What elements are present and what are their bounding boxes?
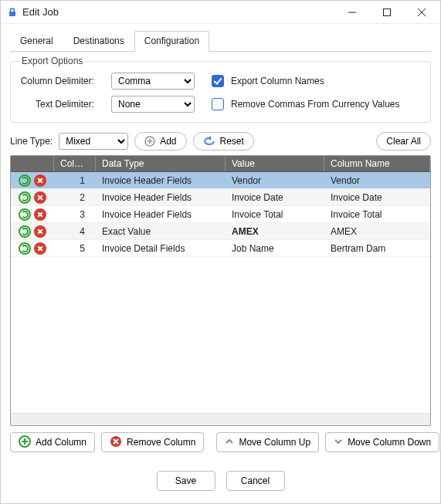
move-column-up-button[interactable]: Move Column Up (216, 432, 319, 452)
cell-column-name: Invoice Total (324, 209, 430, 220)
reset-button[interactable]: Reset (193, 132, 254, 151)
cell-column: 2 (54, 192, 96, 203)
tab-general[interactable]: General (10, 31, 63, 52)
cancel-button[interactable]: Cancel (226, 471, 285, 491)
remove-column-button[interactable]: Remove Column (101, 432, 204, 452)
header-data-type[interactable]: Data Type (96, 156, 226, 171)
maximize-button[interactable] (369, 2, 404, 23)
row-refresh-icon[interactable] (19, 208, 31, 221)
text-delimiter-label: Text Delimiter: (20, 99, 97, 110)
plus-circle-icon (144, 136, 155, 147)
edit-job-window: Edit Job General Destinations Configurat… (0, 0, 441, 504)
content-area: General Destinations Configuration Expor… (1, 24, 440, 457)
minimize-button[interactable] (334, 2, 369, 23)
header-column[interactable]: Column (54, 156, 96, 171)
cell-value: AMEX (226, 226, 324, 237)
cell-value: Job Name (226, 243, 324, 254)
export-column-names-checkbox[interactable] (212, 75, 224, 87)
remove-commas-label: Remove Commas From Currency Values (231, 99, 400, 110)
export-options-group: Export Options Column Delimiter: Comma E… (10, 61, 431, 123)
tab-strip: General Destinations Configuration (10, 30, 431, 52)
row-refresh-icon[interactable] (19, 191, 31, 204)
export-column-names-label: Export Column Names (231, 76, 324, 86)
cell-value: Invoice Total (226, 209, 324, 220)
cell-value: Invoice Date (226, 192, 324, 203)
row-delete-icon[interactable] (34, 208, 46, 221)
export-options-title: Export Options (19, 56, 86, 66)
header-value[interactable]: Value (226, 156, 324, 171)
grid-body[interactable]: 1Invoice Header FieldsVendorVendor2Invoi… (11, 172, 430, 413)
table-row[interactable]: 2Invoice Header FieldsInvoice DateInvoic… (11, 189, 430, 206)
titlebar: Edit Job (1, 1, 440, 24)
column-delimiter-select[interactable]: Comma (111, 73, 195, 90)
cell-column: 1 (54, 175, 96, 186)
tab-destinations[interactable]: Destinations (63, 31, 134, 52)
cell-column-name: Bertram Dam (324, 243, 430, 254)
grid-scrollbar[interactable] (11, 413, 430, 425)
cell-data-type: Exact Value (96, 226, 226, 237)
reset-arrow-icon (203, 136, 215, 147)
cell-column-name: Invoice Date (324, 192, 430, 203)
clear-all-button[interactable]: Clear All (376, 132, 431, 151)
dialog-footer: Save Cancel (1, 457, 440, 503)
chevron-up-icon (225, 437, 234, 448)
row-delete-icon[interactable] (34, 242, 46, 255)
cell-column: 5 (54, 243, 96, 254)
move-column-down-button[interactable]: Move Column Down (325, 432, 439, 452)
svg-rect-2 (383, 8, 390, 15)
table-row[interactable]: 3Invoice Header FieldsInvoice TotalInvoi… (11, 206, 430, 223)
cell-value: Vendor (226, 175, 324, 186)
chevron-down-icon (334, 437, 343, 448)
row-refresh-icon[interactable] (19, 174, 31, 187)
column-delimiter-label: Column Delimiter: (20, 76, 97, 86)
cell-column-name: Vendor (324, 175, 430, 186)
table-row[interactable]: 1Invoice Header FieldsVendorVendor (11, 172, 430, 189)
cell-data-type: Invoice Header Fields (96, 175, 226, 186)
line-type-select[interactable]: Mixed (59, 133, 128, 150)
row-refresh-icon[interactable] (19, 225, 31, 238)
row-refresh-icon[interactable] (19, 242, 31, 255)
table-row[interactable]: 4Exact ValueAMEXAMEX (11, 223, 430, 240)
line-type-row: Line Type: Mixed Add Reset (10, 132, 431, 151)
svg-rect-0 (9, 12, 15, 16)
x-circle-icon (110, 435, 122, 450)
cell-column-name: AMEX (324, 226, 430, 237)
row-delete-icon[interactable] (34, 191, 46, 204)
close-button[interactable] (404, 2, 439, 23)
text-delimiter-select[interactable]: None (111, 96, 195, 113)
save-button[interactable]: Save (157, 471, 215, 491)
svg-marker-8 (207, 136, 211, 140)
row-delete-icon[interactable] (34, 174, 46, 187)
row-delete-icon[interactable] (34, 225, 46, 238)
table-row[interactable]: 5Invoice Detail FieldsJob NameBertram Da… (11, 240, 430, 257)
grid-header: Column Data Type Value Column Name (11, 156, 430, 172)
cell-column: 3 (54, 209, 96, 220)
lock-icon (7, 7, 18, 18)
window-title: Edit Job (22, 6, 59, 18)
line-type-label: Line Type: (10, 136, 53, 147)
cell-column: 4 (54, 226, 96, 237)
cell-data-type: Invoice Header Fields (96, 209, 226, 220)
plus-circle-icon (19, 435, 31, 450)
add-button[interactable]: Add (134, 132, 186, 151)
column-buttons-row: Add Column Remove Column Move Column Up (10, 432, 431, 452)
cell-data-type: Invoice Header Fields (96, 192, 226, 203)
remove-commas-checkbox[interactable] (212, 98, 224, 110)
header-column-name[interactable]: Column Name (324, 156, 430, 171)
tab-configuration[interactable]: Configuration (134, 31, 209, 52)
add-column-button[interactable]: Add Column (10, 432, 95, 452)
columns-grid: Column Data Type Value Column Name 1Invo… (10, 155, 431, 426)
cell-data-type: Invoice Detail Fields (96, 243, 226, 254)
